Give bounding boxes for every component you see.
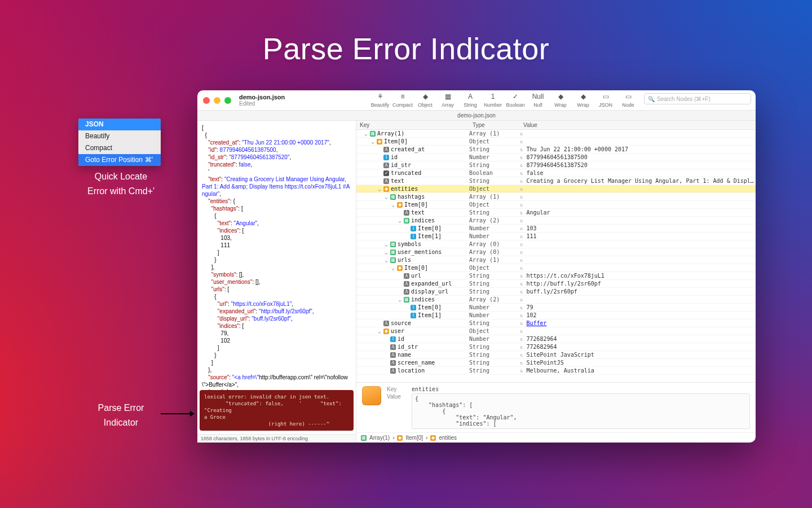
tree-row[interactable]: Adisplay_urlString⇅buff.ly/2sr60pf (356, 288, 756, 296)
toolbar-wrap-button[interactable]: ◆Wrap (550, 92, 571, 108)
tree-row[interactable]: ⌄◆entitiesObject⇅ (356, 185, 756, 193)
zoom-icon[interactable] (224, 97, 231, 104)
value-stepper-icon[interactable]: ⇅ (520, 201, 526, 209)
value-stepper-icon[interactable]: ⇅ (520, 209, 526, 217)
value-stepper-icon[interactable]: ⇅ (520, 312, 526, 319)
toolbar-json-button[interactable]: ▭JSON (595, 92, 616, 108)
tree-row[interactable]: Aid_strString⇅877994604561387520 (356, 161, 756, 169)
tree-row[interactable]: ⌄▦indicesArray (2)⇅ (356, 296, 756, 304)
value-stepper-icon[interactable]: ⇅ (520, 138, 526, 146)
minimize-icon[interactable] (214, 97, 220, 104)
toolbar-array-button[interactable]: ▦Array (438, 92, 458, 108)
value-stepper-icon[interactable]: ⇅ (520, 256, 526, 264)
value-stepper-icon[interactable]: ⇅ (520, 146, 526, 154)
breadcrumb-segment[interactable]: Item[0] (405, 435, 423, 441)
tree-row[interactable]: ⌄▦indicesArray (2)⇅ (356, 217, 756, 225)
menu-item-beautify[interactable]: Beautify (78, 130, 161, 142)
tree-row[interactable]: AnameString⇅SitePoint JavaScript (356, 351, 756, 359)
breadcrumb-segment[interactable]: Array(1) (369, 435, 390, 441)
tree-row[interactable]: Aid_strString⇅772682964 (356, 343, 756, 351)
value-stepper-icon[interactable]: ⇅ (520, 154, 526, 161)
tree-row[interactable]: ⌄▦user_mentionsArray (0)⇅ (356, 248, 756, 256)
breadcrumb[interactable]: ▦ Array(1)›◆ Item[0]›◆ entities (356, 432, 756, 443)
disclosure-icon[interactable]: ⌄ (384, 248, 389, 256)
value-stepper-icon[interactable]: ⇅ (520, 351, 526, 359)
value-stepper-icon[interactable]: ⇅ (520, 327, 526, 335)
tree-row[interactable]: ⌄◆Item[0]Object⇅ (356, 264, 756, 272)
disclosure-icon[interactable]: ⌄ (364, 130, 368, 138)
toolbar-object-button[interactable]: ◆Object (415, 92, 435, 108)
parse-error-banner[interactable]: lexical error: invalid char in json text… (200, 390, 354, 431)
disclosure-icon[interactable]: ⌄ (384, 240, 389, 248)
disclosure-icon[interactable]: ⌄ (391, 201, 395, 209)
value-stepper-icon[interactable]: ⇅ (520, 335, 526, 343)
tree-row[interactable]: 1idNumber⇅877994604561387500 (356, 154, 756, 161)
value-stepper-icon[interactable]: ⇅ (520, 193, 526, 201)
toolbar-null-button[interactable]: NullNull (528, 92, 548, 108)
tree-row[interactable]: ⌄◆Item[0]Object⇅ (356, 138, 756, 146)
tree-row[interactable]: AtextString⇅Angular (356, 209, 756, 217)
close-icon[interactable] (203, 97, 210, 104)
toolbar-node-button[interactable]: ▭Node (618, 92, 638, 108)
value-stepper-icon[interactable]: ⇅ (520, 264, 526, 272)
value-stepper-icon[interactable]: ⇅ (520, 304, 526, 312)
detail-value-text[interactable]: { "hashtags": [ { "text": "Angular", "in… (412, 393, 750, 429)
value-stepper-icon[interactable]: ⇅ (520, 177, 526, 185)
tree-row[interactable]: Aexpanded_urlString⇅http://buff.ly/2sr60… (356, 280, 756, 288)
value-stepper-icon[interactable]: ⇅ (520, 296, 526, 304)
toolbar-beautify-button[interactable]: ⚘Beautify (370, 92, 390, 108)
tree-row[interactable]: ⌄▦symbolsArray (0)⇅ (356, 240, 756, 248)
tree-row[interactable]: 1Item[0]Number⇅103 (356, 225, 756, 233)
value-stepper-icon[interactable]: ⇅ (520, 240, 526, 248)
disclosure-icon[interactable]: ⌄ (377, 185, 382, 193)
search-input[interactable]: 🔍Search Nodes (⌘+F) (644, 93, 751, 104)
disclosure-icon[interactable]: ⌄ (370, 138, 375, 146)
value-stepper-icon[interactable]: ⇅ (520, 185, 526, 193)
breadcrumb-segment[interactable]: entities (439, 435, 457, 441)
value-stepper-icon[interactable]: ⇅ (520, 161, 526, 169)
tree-row[interactable]: AlocationString⇅Melbourne, Australia (356, 367, 756, 375)
value-stepper-icon[interactable]: ⇅ (520, 367, 526, 375)
disclosure-icon[interactable]: ⌄ (377, 327, 382, 335)
value-stepper-icon[interactable]: ⇅ (520, 225, 526, 233)
tree-row[interactable]: ⌄▦hashtagsArray (1)⇅ (356, 193, 756, 201)
value-stepper-icon[interactable]: ⇅ (520, 169, 526, 177)
tree-row[interactable]: Acreated_atString⇅Thu Jun 22 21:00:00 +0… (356, 146, 756, 154)
disclosure-icon[interactable]: ⌄ (384, 193, 389, 201)
tree-row[interactable]: AtextString⇅Creating a Grocery List Mana… (356, 177, 756, 185)
tree-row[interactable]: AurlString⇅https://t.co/xFox78juL1 (356, 272, 756, 280)
disclosure-icon[interactable]: ⌄ (398, 296, 402, 304)
value-stepper-icon[interactable]: ⇅ (520, 288, 526, 296)
disclosure-icon[interactable]: ⌄ (398, 217, 402, 225)
toolbar-boolean-button[interactable]: ✓Boolean (505, 92, 526, 108)
tree-row[interactable]: ✓truncatedBoolean⇅false (356, 169, 756, 177)
value-stepper-icon[interactable]: ⇅ (520, 272, 526, 280)
value-stepper-icon[interactable]: ⇅ (520, 343, 526, 351)
tree-row[interactable]: 1Item[1]Number⇅102 (356, 312, 756, 319)
disclosure-icon[interactable]: ⌄ (384, 256, 389, 264)
value-stepper-icon[interactable]: ⇅ (520, 233, 526, 240)
code-editor[interactable]: [ { "created_at": "Thu Jun 22 21:00:00 +… (197, 121, 356, 390)
tree-row[interactable]: ⌄◆Item[0]Object⇅ (356, 201, 756, 209)
toolbar-string-button[interactable]: AString (460, 92, 480, 108)
value-stepper-icon[interactable]: ⇅ (520, 130, 526, 138)
value-stepper-icon[interactable]: ⇅ (520, 319, 526, 327)
tree-row[interactable]: 1idNumber⇅772682964 (356, 335, 756, 343)
tree-row[interactable]: 1Item[0]Number⇅79 (356, 304, 756, 312)
tree-row[interactable]: 1Item[1]Number⇅111 (356, 233, 756, 240)
toolbar-wrap-button[interactable]: ◆Wrap (573, 92, 593, 108)
toolbar-compact-button[interactable]: ≡Compact (392, 92, 413, 108)
disclosure-icon[interactable]: ⌄ (391, 264, 395, 272)
value-stepper-icon[interactable]: ⇅ (520, 217, 526, 225)
tree-row[interactable]: AsourceString⇅Buffer (356, 319, 756, 327)
tree-row[interactable]: Ascreen_nameString⇅SitePointJS (356, 359, 756, 367)
tree-row[interactable]: ⌄◆userObject⇅ (356, 327, 756, 335)
tree-row[interactable]: ⌄▦Array(1)Array (1)⇅ (356, 130, 756, 138)
menu-item-goto-error[interactable]: Goto Error Position ⌘' (78, 154, 161, 166)
toolbar-number-button[interactable]: 1Number (483, 92, 503, 108)
value-stepper-icon[interactable]: ⇅ (520, 248, 526, 256)
tab-filename[interactable]: demo-json.json (457, 112, 496, 119)
value-stepper-icon[interactable]: ⇅ (520, 359, 526, 367)
menu-item-compact[interactable]: Compact (78, 142, 161, 154)
tree-row[interactable]: ⌄▦urlsArray (1)⇅ (356, 256, 756, 264)
